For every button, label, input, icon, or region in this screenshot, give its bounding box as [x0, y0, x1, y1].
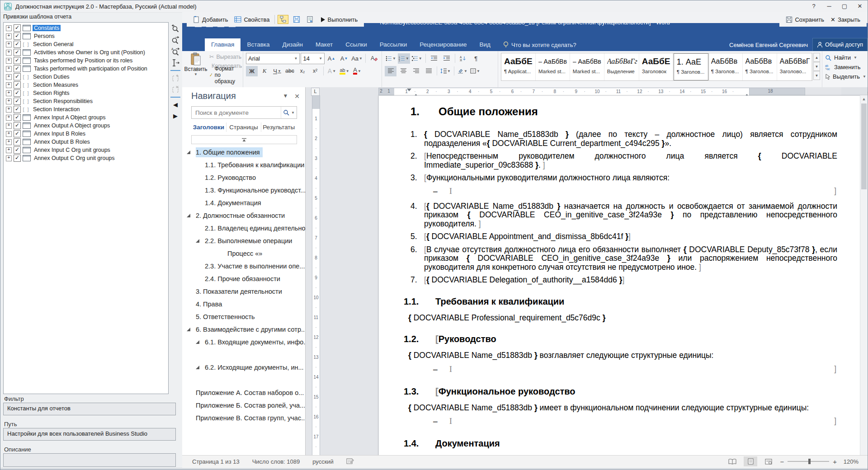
path-field[interactable]: Настройки для всех пользователей Busines…: [3, 428, 176, 441]
underline-button[interactable]: Ч▼: [271, 66, 283, 76]
delete-binding-icon[interactable]: [170, 85, 181, 94]
checkbox[interactable]: ✓: [14, 114, 21, 121]
checkbox[interactable]: ✓: [14, 106, 21, 113]
expand-icon[interactable]: +: [6, 123, 12, 129]
checkbox[interactable]: ✓: [14, 41, 21, 48]
tree-item[interactable]: +✓Persons: [4, 32, 168, 40]
multilevel-list-button[interactable]: ▼: [411, 53, 423, 64]
style-scroll-down-icon[interactable]: ▼: [813, 62, 820, 71]
account-name[interactable]: Семёнов Евгений Сергеевич: [729, 42, 808, 48]
nav-item[interactable]: Приложение В. Состав групп, учас...: [182, 412, 305, 424]
checkbox[interactable]: ✓: [14, 130, 21, 137]
expand-icon[interactable]: +: [6, 25, 12, 31]
sort-button[interactable]: АЯ: [458, 53, 469, 64]
tab-Главная[interactable]: Главная: [205, 38, 241, 51]
properties-button[interactable]: Свойства: [232, 15, 271, 24]
tree-item[interactable]: +✓[ ]Section Rights: [4, 89, 168, 97]
collapse-triangle-icon[interactable]: [196, 239, 199, 243]
subscript-button[interactable]: x₂: [297, 66, 308, 76]
nav-item[interactable]: 1.4. Документация: [182, 197, 305, 209]
save-template-button[interactable]: [291, 15, 302, 24]
checkbox[interactable]: ✓: [14, 57, 21, 64]
nav-item[interactable]: 6.1. Входящие документы, инфо...: [182, 336, 305, 348]
checkbox[interactable]: ✓: [14, 138, 21, 146]
tree-item[interactable]: +✓Annex Input A Object groups: [4, 113, 168, 122]
zoom-out-icon[interactable]: −: [780, 458, 784, 465]
strikethrough-button[interactable]: abc: [284, 66, 296, 76]
document-page[interactable]: 1.Общие положения1.{ DOCVARIABLE Name_d5…: [378, 95, 868, 455]
checkbox[interactable]: ✓: [14, 33, 21, 40]
report-settings-button[interactable]: [305, 15, 316, 24]
nav-item[interactable]: 6. Взаимодействие с другими сотр...: [182, 323, 305, 336]
tab-Вставка[interactable]: Вставка: [241, 38, 276, 51]
web-layout-button[interactable]: [762, 456, 775, 466]
tab-Ссылки[interactable]: Ссылки: [339, 38, 373, 51]
style-card[interactable]: АаБбЕЗаголовок: [639, 53, 674, 80]
style-card[interactable]: АаБбЕ¶ Applicat...: [501, 53, 536, 80]
nav-item[interactable]: 2. Должностные обязанности: [182, 209, 305, 222]
nav-tab-Заголовки[interactable]: Заголовки: [191, 122, 226, 132]
nav-item[interactable]: 1.3. Функциональное руководст...: [182, 184, 305, 197]
replace-button[interactable]: abac Заменить: [825, 63, 868, 71]
checkbox[interactable]: ✓: [14, 65, 21, 72]
scrollbar-up-icon[interactable]: ▲: [860, 95, 868, 103]
checkbox[interactable]: ✓: [14, 73, 21, 80]
nav-item[interactable]: 6.2. Исходящие документы, ин...: [182, 361, 305, 374]
zoom-slider[interactable]: [788, 461, 829, 462]
help-button[interactable]: ?: [806, 1, 821, 12]
nav-item[interactable]: 5. Ответственность: [182, 310, 305, 323]
add-button[interactable]: Добавить: [191, 15, 230, 24]
font-color-button[interactable]: А▼: [351, 66, 363, 76]
checkbox[interactable]: ✓: [14, 49, 21, 56]
expand-icon[interactable]: +: [6, 33, 12, 39]
line-spacing-button[interactable]: ▼: [439, 66, 452, 76]
expand-icon[interactable]: +: [6, 82, 12, 88]
collapse-triangle-icon[interactable]: [187, 150, 190, 154]
collapse-panel-icon[interactable]: ◀: [170, 100, 181, 110]
expand-icon[interactable]: +: [6, 42, 12, 47]
tab-Вид[interactable]: Вид: [473, 38, 497, 51]
nav-item[interactable]: 2.3. Участие в выполнении опе...: [182, 260, 305, 273]
tab-Макет[interactable]: Макет: [309, 38, 339, 51]
expand-icon[interactable]: +: [6, 107, 12, 113]
minimize-button[interactable]: ─: [821, 1, 837, 12]
nav-item[interactable]: Приложение Б. Состав ролей, уча...: [182, 399, 305, 412]
tree-item[interactable]: +✓Annex Input C Org unit groups: [4, 146, 168, 154]
shrink-font-button[interactable]: A▼: [338, 53, 350, 64]
expand-icon[interactable]: +: [6, 139, 12, 145]
find-text-binding-icon[interactable]: A: [170, 47, 181, 56]
bullets-button[interactable]: ▼: [385, 53, 397, 64]
nav-item[interactable]: 1.1. Требования к квалификации: [182, 159, 305, 171]
tree-item[interactable]: +✓Annex Output A Object groups: [4, 122, 168, 130]
nav-item[interactable]: 3. Показатели деятельности: [182, 285, 305, 298]
share-button[interactable]: Общий доступ: [812, 38, 868, 52]
collapse-triangle-icon[interactable]: [187, 328, 190, 331]
checkbox[interactable]: ✓: [14, 89, 21, 97]
tell-me-box[interactable]: Что вы хотите сделать?: [503, 38, 576, 51]
font-size-combo[interactable]: 14▼: [301, 53, 325, 64]
jump-to-top-button[interactable]: [191, 135, 297, 144]
increase-indent-button[interactable]: [441, 53, 453, 64]
numbering-button[interactable]: 123▼: [398, 53, 410, 64]
zoom-slider-thumb[interactable]: [808, 459, 811, 464]
word-count[interactable]: Число слов: 1089: [252, 458, 300, 465]
collapse-triangle-icon[interactable]: [187, 214, 190, 217]
italic-button[interactable]: К: [259, 66, 270, 76]
tree-view-toggle[interactable]: [278, 15, 288, 24]
find-previous-binding-icon[interactable]: [170, 24, 181, 34]
font-family-combo[interactable]: Arial▼: [246, 53, 300, 64]
close-button[interactable]: ✕: [852, 1, 868, 12]
tab-Дизайн[interactable]: Дизайн: [276, 38, 309, 51]
checkbox[interactable]: ✓: [14, 24, 21, 32]
tree-item[interactable]: +✓[ ]Section General: [4, 40, 168, 48]
run-button[interactable]: Выполнить: [318, 15, 360, 24]
justify-button[interactable]: [423, 66, 434, 76]
nav-search-icon[interactable]: [283, 109, 289, 116]
add-binding-icon[interactable]: [170, 73, 181, 83]
nav-item[interactable]: 2.1. Владелец единиц деятельно...: [182, 222, 305, 235]
format-painter-button[interactable]: Формат по образцу: [208, 70, 241, 79]
align-left-button[interactable]: [385, 66, 396, 76]
style-card[interactable]: АаБбВвГЗаголово...: [777, 53, 812, 80]
expand-icon[interactable]: +: [6, 58, 12, 64]
expand-icon[interactable]: +: [6, 131, 12, 137]
